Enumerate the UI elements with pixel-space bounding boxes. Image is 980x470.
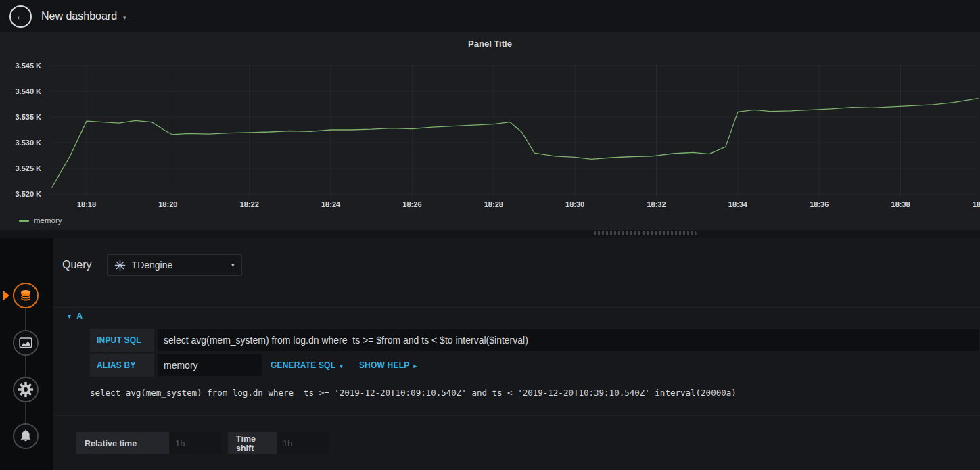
generate-sql-button[interactable]: GENERATE SQL ▾	[262, 354, 351, 377]
query-ref-id: A	[76, 311, 83, 321]
svg-text:18:40: 18:40	[973, 200, 980, 208]
time-series-chart[interactable]: 18:1818:2018:2218:2418:2618:2818:3018:32…	[0, 57, 980, 212]
topbar: ← New dashboard ▾	[0, 0, 980, 32]
tab-connector-line	[25, 296, 26, 436]
svg-text:18:34: 18:34	[728, 200, 748, 208]
arrow-left-icon: ←	[16, 10, 26, 22]
relative-time-label: Relative time	[76, 432, 169, 454]
chevron-down-icon: ▾	[123, 12, 126, 21]
input-sql-field[interactable]	[157, 329, 980, 352]
relative-time-field[interactable]	[169, 432, 221, 454]
generated-sql-preview: select avg(mem_system) from log.dn where…	[90, 387, 980, 398]
query-section-title: Query	[62, 259, 92, 271]
svg-text:3.535 K: 3.535 K	[15, 113, 41, 121]
svg-text:3.540 K: 3.540 K	[15, 87, 41, 95]
editor-tab-rail	[0, 238, 53, 470]
active-tab-arrow-icon	[3, 291, 9, 300]
svg-text:18:38: 18:38	[891, 200, 910, 208]
tab-queries[interactable]	[13, 283, 39, 308]
input-sql-row: INPUT SQL	[90, 329, 980, 352]
graph-panel: Panel Title 18:1818:2018:2218:2418:2618:…	[0, 32, 980, 230]
tab-alert[interactable]	[13, 423, 39, 449]
datasource-name: TDengine	[132, 260, 173, 271]
svg-text:3.530 K: 3.530 K	[15, 139, 41, 147]
query-editor: Query TDengine ▾ ▾ A INPUT SQL	[53, 238, 980, 470]
bell-icon	[18, 428, 34, 444]
tab-general[interactable]	[13, 377, 39, 402]
tab-visualization[interactable]	[13, 330, 39, 356]
time-shift-label: Time shift	[228, 432, 277, 454]
svg-text:3.525 K: 3.525 K	[15, 164, 41, 172]
svg-text:18:24: 18:24	[321, 200, 341, 208]
input-sql-label: INPUT SQL	[90, 329, 154, 352]
alias-by-field[interactable]	[157, 354, 262, 377]
dashboard-title-dropdown[interactable]: New dashboard ▾	[41, 10, 126, 22]
legend-item-memory[interactable]: memory	[19, 216, 62, 225]
database-icon	[18, 287, 34, 304]
svg-text:18:18: 18:18	[77, 200, 96, 208]
panel-editor: Query TDengine ▾ ▾ A INPUT SQL	[0, 238, 980, 470]
horizontal-scrollbar-thumb[interactable]	[594, 231, 697, 235]
time-options-row: Relative time Time shift	[76, 432, 980, 454]
chevron-down-icon: ▾	[340, 362, 343, 369]
legend-label: memory	[34, 216, 62, 225]
back-button[interactable]: ←	[9, 5, 32, 28]
svg-text:18:30: 18:30	[565, 200, 584, 208]
svg-text:18:32: 18:32	[647, 200, 666, 208]
alias-by-label: ALIAS BY	[90, 354, 154, 377]
query-ref-row[interactable]: ▾ A	[53, 307, 980, 325]
alias-by-row: ALIAS BY GENERATE SQL ▾ SHOW HELP ▸	[90, 354, 980, 377]
panel-title[interactable]: Panel Title	[0, 39, 980, 49]
svg-text:3.545 K: 3.545 K	[15, 62, 41, 70]
section-divider	[53, 415, 980, 416]
svg-text:18:26: 18:26	[402, 200, 421, 208]
chart-icon	[18, 335, 34, 351]
svg-text:3.520 K: 3.520 K	[15, 190, 41, 198]
show-help-button[interactable]: SHOW HELP ▸	[351, 354, 425, 377]
svg-text:18:22: 18:22	[240, 200, 259, 208]
svg-text:18:28: 18:28	[484, 200, 503, 208]
datasource-picker[interactable]: TDengine ▾	[107, 254, 242, 276]
time-shift-field[interactable]	[277, 432, 329, 454]
query-header: Query TDengine ▾	[53, 238, 980, 276]
chevron-down-icon: ▾	[231, 262, 235, 268]
gear-icon	[17, 381, 34, 398]
svg-text:18:36: 18:36	[810, 200, 829, 208]
svg-text:18:20: 18:20	[158, 200, 177, 208]
dashboard-title: New dashboard	[41, 10, 117, 22]
legend-swatch	[19, 220, 29, 222]
tdengine-logo-icon	[114, 260, 126, 271]
chevron-right-icon: ▸	[413, 362, 417, 369]
collapse-caret-icon: ▾	[68, 312, 71, 320]
